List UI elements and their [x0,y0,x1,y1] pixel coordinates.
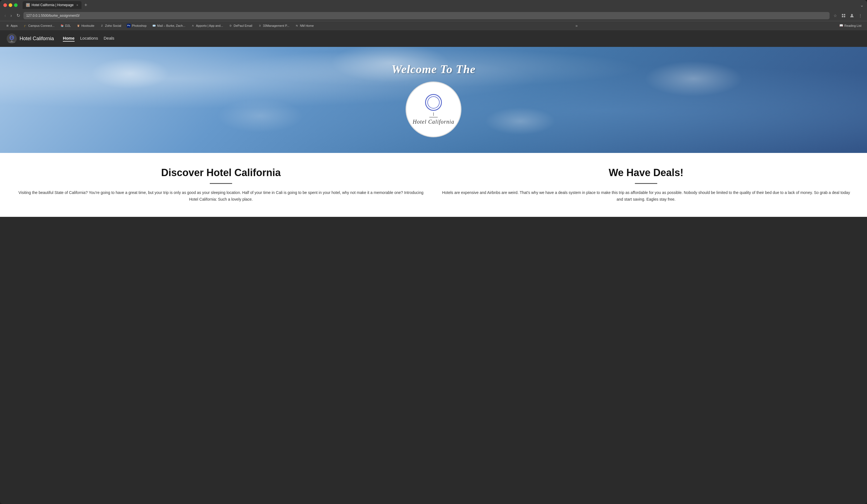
profile-button[interactable] [848,12,855,19]
bookmark-campus-connect[interactable]: 🎓 Campus Connect... [21,23,57,29]
hero-logo-circle: Hotel California [406,81,461,137]
bookmarks-more-button[interactable]: » [574,23,579,29]
reading-list-icon: 📖 [839,24,843,28]
site-logo-icon: Hotel California [7,33,17,44]
bookmark-33management-label: 33Management P... [263,24,289,28]
bookmark-apps[interactable]: ⊞ Apps [3,23,20,29]
bookmark-33management-favicon: 3 [258,24,262,28]
bookmark-apporto-favicon: A [191,24,195,28]
discover-heading: Discover Hotel California [17,167,425,179]
nav-link-locations[interactable]: Locations [80,36,98,42]
reading-list-label: Reading List [844,24,861,28]
svg-point-4 [851,14,853,15]
nav-link-home[interactable]: Home [63,36,75,42]
bookmark-hootsuite[interactable]: 🦉 Hootsuite [74,23,96,29]
deals-divider [635,183,657,184]
bookmark-photoshop[interactable]: Ps Photoshop [125,23,149,29]
reading-list-button[interactable]: 📖 Reading List [837,23,864,28]
bookmark-nm-home-favicon: N [295,24,299,28]
hero-logo-globe [425,94,442,111]
hero-section: Welcome To The Hotel California [0,47,867,153]
close-button[interactable] [3,3,7,7]
hero-logo-base [429,117,438,118]
bookmark-mail-label: Mail – Burke, Zach... [157,24,185,28]
svg-rect-0 [842,14,843,15]
maximize-button[interactable] [14,3,18,7]
bookmarks-bar: ⊞ Apps 🎓 Campus Connect... 📚 D2L 🦉 Hoots… [0,21,867,30]
content-section: Discover Hotel California Visiting the b… [0,153,867,217]
bookmark-apporto-label: Apporto | App and... [196,24,223,28]
bookmark-campus-connect-label: Campus Connect... [28,24,54,28]
bookmark-mail-favicon: 📧 [152,24,156,28]
discover-body: Visiting the beautiful State of Californ… [17,189,425,203]
new-tab-button[interactable]: + [83,2,89,8]
reload-button[interactable]: ↻ [15,12,21,19]
traffic-lights [3,3,18,7]
bookmark-zoho-social[interactable]: Z Zoho Social [98,23,124,29]
tab-bar: 🏨 Hotel California | Homepage × + [23,1,858,9]
tab-favicon: 🏨 [26,3,30,7]
bookmark-apps-label: Apps [11,24,18,28]
svg-rect-3 [844,16,845,17]
nav-link-deals[interactable]: Deals [104,36,114,42]
bookmark-depaul-email[interactable]: D DePaul Email [226,23,255,29]
active-tab[interactable]: 🏨 Hotel California | Homepage × [23,1,82,9]
address-bar[interactable]: 127.0.0.1:5500/burke_assignment3/ [23,12,829,19]
deals-column: We Have Deals! Hotels are expensive and … [442,167,850,203]
bookmark-33management[interactable]: 3 33Management P... [256,23,292,29]
window-control-right[interactable]: ⌄ [860,2,864,8]
bookmark-depaul-email-label: DePaul Email [234,24,253,28]
forward-button[interactable]: › [9,12,13,19]
bookmark-hootsuite-label: Hootsuite [81,24,94,28]
bookmark-nm-home[interactable]: N NM Home [293,23,316,29]
bookmark-zoho-social-favicon: Z [100,24,104,28]
bookmark-apporto[interactable]: A Apporto | App and... [189,23,225,29]
svg-rect-1 [844,14,845,15]
site-nav-links: Home Locations Deals [63,36,114,42]
back-button[interactable]: ‹ [3,12,7,19]
bookmark-photoshop-label: Photoshop [132,24,147,28]
bookmark-hootsuite-favicon: 🦉 [76,24,80,28]
bookmark-campus-connect-favicon: 🎓 [23,24,27,28]
bookmark-zoho-social-label: Zoho Social [105,24,121,28]
hero-logo-stand [433,112,434,116]
site-logo: Hotel California Hotel California [7,33,54,44]
discover-divider [210,183,232,184]
bookmark-nm-home-label: NM Home [300,24,314,28]
bookmark-d2l[interactable]: 📚 D2L [58,23,73,29]
bookmark-mail[interactable]: 📧 Mail – Burke, Zach... [150,23,188,29]
deals-body: Hotels are expensive and Airbnbs are wei… [442,189,850,203]
bookmark-d2l-label: D2L [65,24,71,28]
bookmark-photoshop-favicon: Ps [127,24,131,28]
tab-title: Hotel California | Homepage [32,3,74,7]
hero-title: Welcome To The [392,63,476,76]
site-navbar: Hotel California Hotel California Home L… [0,30,867,47]
nav-bar: ‹ › ↻ 127.0.0.1:5500/burke_assignment3/ … [0,10,867,21]
bookmark-apps-favicon: ⊞ [6,24,10,28]
bookmark-depaul-email-favicon: D [229,24,233,28]
website-content: Hotel California Hotel California Home L… [0,30,867,217]
address-text: 127.0.0.1:5500/burke_assignment3/ [26,14,79,18]
discover-column: Discover Hotel California Visiting the b… [17,167,425,203]
browser-window: 🏨 Hotel California | Homepage × + ⌄ ‹ › … [0,0,867,504]
extensions-button[interactable] [840,12,847,19]
deals-heading: We Have Deals! [442,167,850,179]
tab-close-button[interactable]: × [76,3,78,7]
svg-rect-2 [842,16,843,17]
svg-text:Hotel California: Hotel California [8,41,16,43]
nav-actions: ☆ ⋮ [832,12,864,19]
site-logo-text: Hotel California [20,36,54,42]
bookmark-d2l-favicon: 📚 [60,24,64,28]
minimize-button[interactable] [9,3,12,7]
hero-logo-name: Hotel California [413,119,454,125]
bookmark-button[interactable]: ☆ [832,12,838,19]
title-bar: 🏨 Hotel California | Homepage × + ⌄ [0,0,867,10]
more-button[interactable]: ⋮ [857,12,864,19]
